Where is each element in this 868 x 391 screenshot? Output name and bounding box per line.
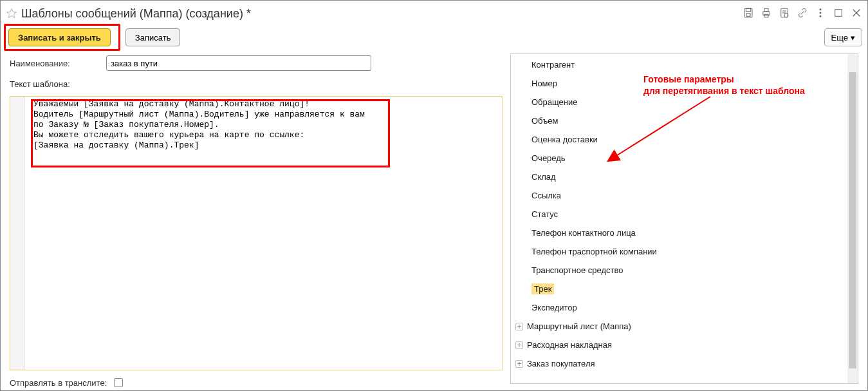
param-item-label: Контрагент bbox=[531, 60, 575, 70]
kebab-menu-icon[interactable] bbox=[815, 7, 826, 21]
link-icon[interactable] bbox=[797, 7, 808, 21]
close-icon[interactable] bbox=[851, 7, 862, 21]
param-item[interactable]: Объем bbox=[511, 111, 847, 130]
param-item[interactable]: Очередь bbox=[511, 149, 847, 167]
param-item-label: Очередь bbox=[531, 153, 566, 163]
param-item-label: Ссылка bbox=[531, 191, 561, 200]
translit-label: Отправлять в транслите: bbox=[10, 378, 113, 388]
param-item-label: Телефон траспортной компании bbox=[531, 247, 657, 256]
param-item-label: Экспедитор bbox=[531, 303, 577, 312]
window-title: Шаблоны сообщений (Маппа) (создание) * bbox=[21, 7, 743, 21]
more-button[interactable]: Еще ▾ bbox=[824, 28, 862, 46]
svg-marker-0 bbox=[7, 9, 17, 18]
param-item-label: Обращение bbox=[531, 97, 577, 107]
param-item-label: Оценка доставки bbox=[531, 135, 598, 144]
param-group[interactable]: +Маршрутный лист (Маппа) bbox=[511, 317, 847, 336]
svg-point-12 bbox=[820, 12, 821, 13]
param-item[interactable]: Транспортное средство bbox=[511, 261, 847, 280]
template-text-content: Уважаемый [Заявка на доставку (Маппа).Ко… bbox=[28, 99, 499, 151]
svg-point-11 bbox=[820, 8, 821, 10]
svg-rect-4 bbox=[763, 11, 770, 15]
save-and-close-button[interactable]: Записать и закрыть bbox=[8, 28, 111, 46]
save-icon[interactable] bbox=[743, 7, 754, 21]
param-item[interactable]: Ссылка bbox=[511, 186, 847, 205]
expand-icon[interactable]: + bbox=[515, 341, 523, 349]
favorite-star-icon[interactable] bbox=[6, 8, 17, 19]
param-item[interactable]: Контрагент bbox=[511, 55, 847, 74]
param-group[interactable]: +Заказ покупателя bbox=[511, 354, 847, 373]
expand-icon[interactable]: + bbox=[515, 360, 523, 368]
param-item[interactable]: Обращение bbox=[511, 93, 847, 111]
template-text-editor[interactable]: Уважаемый [Заявка на доставку (Маппа).Ко… bbox=[10, 96, 503, 370]
param-item-label: Склад bbox=[531, 172, 556, 182]
name-label: Наименование: bbox=[10, 59, 106, 68]
expand-icon[interactable]: + bbox=[515, 323, 523, 330]
print-icon[interactable] bbox=[761, 7, 772, 21]
svg-rect-2 bbox=[746, 8, 751, 12]
param-item[interactable]: Трек bbox=[511, 280, 847, 298]
param-item[interactable]: Оценка доставки bbox=[511, 130, 847, 149]
name-input[interactable] bbox=[106, 55, 371, 71]
editor-gutter bbox=[10, 97, 24, 370]
param-item-label: Номер bbox=[531, 79, 557, 88]
param-item-label: Трек bbox=[531, 283, 554, 294]
chevron-down-icon: ▾ bbox=[851, 33, 855, 43]
maximize-icon[interactable] bbox=[833, 7, 844, 21]
param-item[interactable]: Телефон контактного лица bbox=[511, 224, 847, 242]
param-group-label: Маршрутный лист (Маппа) bbox=[527, 321, 631, 331]
param-group[interactable]: +Расходная накладная bbox=[511, 336, 847, 354]
param-item-label: Транспортное средство bbox=[531, 265, 623, 275]
report-icon[interactable] bbox=[779, 7, 790, 21]
svg-rect-5 bbox=[764, 8, 768, 12]
param-item-label: Телефон контактного лица bbox=[531, 228, 636, 238]
svg-rect-3 bbox=[746, 13, 750, 16]
svg-rect-14 bbox=[835, 9, 842, 16]
param-item[interactable]: Номер bbox=[511, 74, 847, 93]
scrollbar-thumb[interactable] bbox=[849, 72, 856, 368]
param-item[interactable]: Статус bbox=[511, 205, 847, 224]
param-item[interactable]: Экспедитор bbox=[511, 298, 847, 317]
param-item[interactable]: Склад bbox=[511, 167, 847, 186]
param-group-label: Заказ покупателя bbox=[527, 359, 595, 368]
param-item[interactable]: Телефон траспортной компании bbox=[511, 242, 847, 261]
save-button[interactable]: Записать bbox=[125, 28, 181, 46]
highlight-save-close: Записать и закрыть bbox=[4, 24, 120, 51]
more-button-label: Еще bbox=[831, 33, 848, 43]
parameters-tree[interactable]: КонтрагентНомерОбращениеОбъемОценка дост… bbox=[511, 54, 847, 383]
template-text-label: Текст шаблона: bbox=[10, 79, 106, 89]
param-group-label: Расходная накладная bbox=[527, 340, 612, 350]
param-item-label: Статус bbox=[531, 209, 558, 219]
svg-rect-6 bbox=[764, 14, 768, 17]
scrollbar[interactable] bbox=[847, 54, 858, 383]
svg-point-13 bbox=[820, 15, 821, 17]
translit-checkbox[interactable] bbox=[114, 378, 123, 387]
param-item-label: Объем bbox=[531, 116, 558, 126]
